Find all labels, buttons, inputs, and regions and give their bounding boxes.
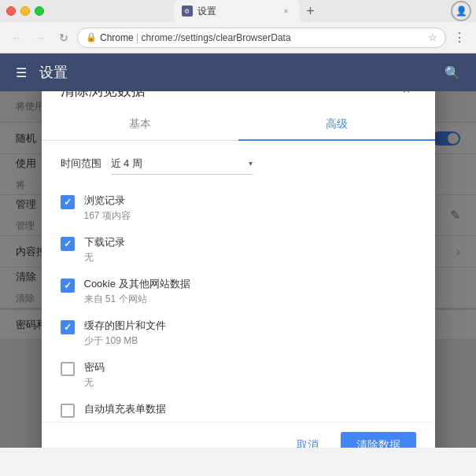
dialog-title: 清除浏览数据	[61, 91, 146, 100]
address-text: Chrome | chrome://settings/clearBrowserD…	[100, 32, 425, 43]
cookies-label: Cookie 及其他网站数据	[84, 277, 416, 291]
hamburger-icon[interactable]: ☰	[16, 65, 27, 80]
time-range-label: 时间范围	[61, 157, 101, 171]
autofill-label: 自动填充表单数据	[84, 402, 416, 416]
checkbox-item-download-history: ✓ 下载记录 无	[61, 229, 416, 271]
extensions-button[interactable]: ⋮	[449, 28, 470, 48]
navbar: ← → ↻ 🔒 Chrome | chrome://settings/clear…	[0, 22, 476, 54]
time-range-value: 近 4 周	[111, 157, 242, 171]
dialog-header: 清除浏览数据 ×	[42, 91, 435, 100]
settings-topbar: ☰ 设置 🔍	[0, 54, 476, 91]
browser-tab[interactable]: ⚙ 设置 ×	[174, 0, 300, 22]
address-bar[interactable]: 🔒 Chrome | chrome://settings/clearBrowse…	[77, 28, 446, 48]
cached-images-checkbox-box[interactable]: ✓	[61, 320, 75, 334]
checkbox-item-browsing-history: ✓ 浏览记录 167 项内容	[61, 187, 416, 229]
cookies-sublabel: 来自 51 个网站	[84, 293, 416, 306]
checkbox-item-cached-images: ✓ 缓存的图片和文件 少于 109 MB	[61, 312, 416, 354]
browsing-history-checkbox-box[interactable]: ✓	[61, 195, 75, 209]
close-button[interactable]	[6, 6, 16, 16]
minimize-button[interactable]	[20, 6, 30, 16]
passwords-sublabel: 无	[84, 376, 416, 389]
passwords-checkbox[interactable]	[61, 362, 75, 376]
account-icon[interactable]: 👤	[451, 1, 470, 21]
checkbox-item-passwords: 密码 无	[61, 354, 416, 396]
browsing-history-sublabel: 167 项内容	[84, 209, 416, 223]
search-icon[interactable]: 🔍	[445, 65, 460, 80]
checkbox-item-autofill: 自动填充表单数据	[61, 396, 416, 422]
page-title: 设置	[39, 63, 68, 82]
autofill-checkbox[interactable]	[61, 404, 75, 418]
time-range-row: 时间范围 近 4 周 ▾	[61, 153, 416, 175]
cached-images-sublabel: 少于 109 MB	[84, 334, 416, 348]
new-tab-button[interactable]: +	[300, 0, 322, 22]
dialog-body: 时间范围 近 4 周 ▾ ✓	[42, 141, 435, 422]
modal-overlay: 清除浏览数据 × 基本 高级 时间范围 近 4 周 ▾	[0, 91, 476, 448]
tab-favicon: ⚙	[182, 6, 193, 17]
dialog-footer: 取消 清除数据	[42, 422, 435, 448]
download-history-checkbox[interactable]: ✓	[61, 237, 75, 251]
bookmark-star-icon[interactable]: ☆	[428, 31, 437, 43]
time-range-dropdown[interactable]: 近 4 周 ▾	[111, 153, 253, 175]
clear-browser-data-dialog: 清除浏览数据 × 基本 高级 时间范围 近 4 周 ▾	[42, 91, 435, 448]
tab-label: 设置	[197, 5, 216, 18]
browser-page: ☰ 设置 🔍 将使用浏览记录来使您更好地搜索并为您自动登录 Google 随机 …	[0, 54, 476, 448]
cancel-button[interactable]: 取消	[281, 432, 334, 448]
forward-button[interactable]: →	[30, 28, 50, 48]
cookies-checkbox[interactable]: ✓	[61, 279, 75, 293]
dialog-tabs: 基本 高级	[42, 109, 435, 141]
cookies-checkbox-box[interactable]: ✓	[61, 279, 75, 293]
tab-advanced[interactable]: 高级	[238, 109, 435, 141]
passwords-checkbox-box[interactable]	[61, 362, 75, 376]
checkbox-list: ✓ 浏览记录 167 项内容 ✓	[61, 187, 416, 422]
checkbox-item-cookies: ✓ Cookie 及其他网站数据 来自 51 个网站	[61, 271, 416, 312]
dialog-close-button[interactable]: ×	[397, 91, 416, 100]
browsing-history-checkbox[interactable]: ✓	[61, 195, 75, 209]
refresh-button[interactable]: ↻	[54, 28, 74, 48]
secure-icon: 🔒	[86, 32, 97, 42]
autofill-checkbox-box[interactable]	[61, 404, 75, 418]
settings-body: 将使用浏览记录来使您更好地搜索并为您自动登录 Google 随机 使用 将 管理…	[0, 91, 476, 448]
download-history-checkbox-box[interactable]: ✓	[61, 237, 75, 251]
passwords-label: 密码	[84, 360, 416, 375]
tab-basic[interactable]: 基本	[42, 109, 238, 141]
back-button[interactable]: ←	[6, 28, 27, 48]
titlebar: ⚙ 设置 × + 👤	[0, 0, 476, 22]
tab-close-button[interactable]: ×	[281, 6, 292, 17]
cached-images-label: 缓存的图片和文件	[84, 319, 416, 333]
browsing-history-label: 浏览记录	[84, 194, 416, 208]
clear-data-button[interactable]: 清除数据	[341, 432, 416, 448]
maximize-button[interactable]	[35, 6, 44, 16]
download-history-label: 下载记录	[84, 235, 416, 249]
cached-images-checkbox[interactable]: ✓	[61, 320, 75, 334]
download-history-sublabel: 无	[84, 251, 416, 264]
dropdown-arrow-icon: ▾	[249, 159, 253, 168]
